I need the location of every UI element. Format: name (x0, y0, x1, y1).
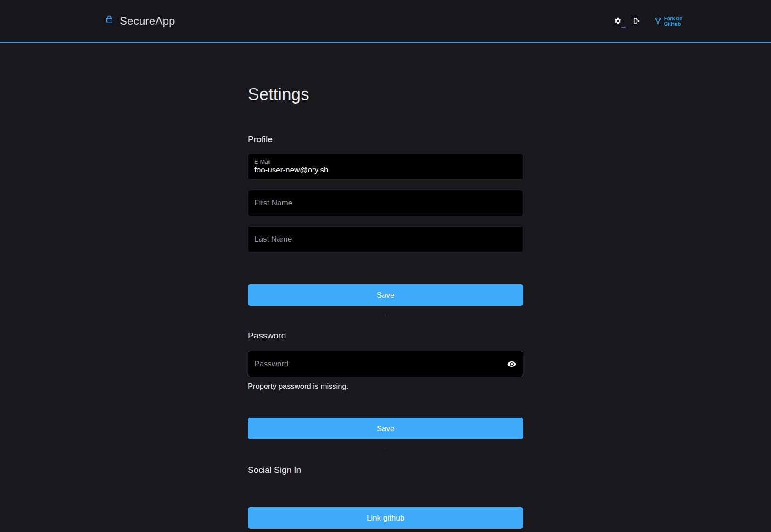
password-input[interactable] (254, 360, 517, 369)
app-brand[interactable]: SecureApp (105, 15, 175, 28)
page-title: Settings (248, 84, 523, 105)
gear-icon (614, 17, 622, 25)
password-error-text: Property password is missing. (248, 382, 523, 391)
fork-link-text: Fork on GitHub (664, 16, 682, 27)
profile-heading: Profile (248, 133, 523, 145)
social-sign-in-heading: Social Sign In (248, 464, 523, 476)
git-fork-icon (654, 17, 662, 25)
email-input[interactable] (254, 166, 517, 175)
last-name-input[interactable] (254, 235, 517, 244)
navbar-actions: Fork on GitHub (612, 15, 682, 27)
first-name-input[interactable] (254, 199, 517, 208)
last-name-field (248, 226, 523, 252)
password-heading: Password (248, 330, 523, 342)
password-save-button[interactable]: Save (248, 418, 523, 439)
logout-icon-button[interactable] (630, 15, 642, 27)
settings-icon-button[interactable] (612, 15, 624, 27)
fork-link-line2: GitHub (664, 21, 682, 27)
settings-page: Settings Profile E-Mail Save . Password … (248, 84, 523, 529)
fork-on-github-link[interactable]: Fork on GitHub (654, 16, 682, 27)
app-name: SecureApp (120, 15, 175, 28)
purple-underscore (621, 27, 626, 28)
first-name-field (248, 190, 523, 216)
profile-save-button[interactable]: Save (248, 284, 523, 306)
fork-link-line1: Fork on (664, 16, 682, 21)
link-github-button[interactable]: Link github (248, 507, 523, 529)
toggle-password-visibility-button[interactable] (506, 358, 518, 370)
logout-icon (632, 17, 641, 25)
email-label: E-Mail (254, 158, 517, 166)
profile-section-dot: . (248, 310, 523, 316)
password-section-dot: . (248, 443, 523, 449)
navbar: SecureApp Fork on GitH (0, 0, 771, 43)
lock-icon (105, 14, 114, 25)
eye-icon (507, 359, 517, 369)
email-field: E-Mail (248, 154, 523, 180)
password-field (248, 351, 523, 377)
